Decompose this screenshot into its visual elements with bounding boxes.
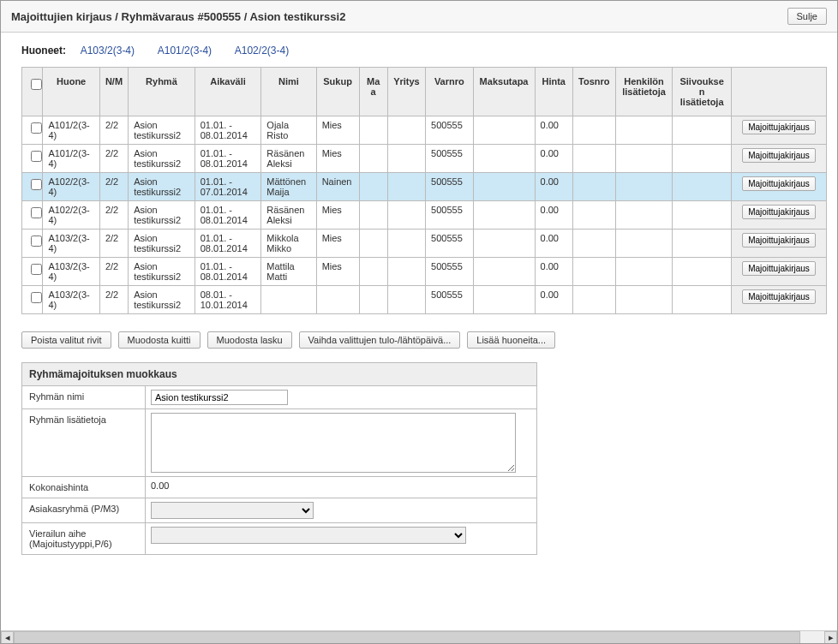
cell-siivouksen [673, 145, 732, 173]
guest-register-button[interactable]: Majoittujakirjaus [742, 148, 816, 163]
cell-varnro: 500555 [426, 258, 473, 286]
cell-aikavali: 01.01. - 08.01.2014 [195, 201, 261, 230]
cell-ryhma: Asion testikurssi2 [129, 258, 195, 286]
cell-maksutapa [473, 201, 535, 230]
table-row[interactable]: A103/2(3-4)2/2Asion testikurssi201.01. -… [22, 258, 827, 286]
cell-huone: A103/2(3-4) [43, 286, 100, 314]
cell-sukup: Mies [316, 116, 359, 145]
group-info-textarea[interactable] [151, 413, 516, 473]
row-checkbox[interactable] [31, 292, 42, 303]
add-rooms-button[interactable]: Lisää huoneita... [467, 331, 555, 349]
cell-maksutapa [473, 230, 535, 258]
guest-register-button[interactable]: Majoittujakirjaus [742, 289, 816, 304]
scroll-thumb[interactable] [14, 631, 800, 644]
customer-group-select[interactable] [151, 502, 314, 519]
group-name-input[interactable] [151, 390, 288, 405]
table-row[interactable]: A101/2(3-4)2/2Asion testikurssi201.01. -… [22, 116, 827, 145]
guest-register-button[interactable]: Majoittujakirjaus [742, 176, 816, 191]
table-row[interactable]: A102/2(3-4)2/2Asion testikurssi201.01. -… [22, 173, 827, 201]
cell-henkilon [615, 145, 673, 173]
cell-siivouksen [673, 286, 732, 314]
cell-ryhma: Asion testikurssi2 [129, 230, 195, 258]
row-checkbox[interactable] [31, 179, 42, 190]
th-sukup: Sukup [316, 68, 359, 116]
th-nm: N/M [99, 68, 128, 116]
cell-nimi: Ojala Risto [261, 116, 316, 145]
cell-henkilon [615, 230, 673, 258]
th-nimi: Nimi [261, 68, 316, 116]
cell-henkilon [615, 116, 673, 145]
cell-nm: 2/2 [99, 116, 128, 145]
th-ryhma: Ryhmä [129, 68, 195, 116]
row-checkbox[interactable] [31, 207, 42, 218]
cell-maa [359, 258, 387, 286]
delete-selected-button[interactable]: Poista valitut rivit [21, 331, 111, 349]
cell-nm: 2/2 [99, 230, 128, 258]
cell-hinta: 0.00 [535, 258, 572, 286]
room-link[interactable]: A102/2(3-4) [235, 45, 289, 57]
page-title: Majoittujien kirjaus / Ryhmävaraus #5005… [11, 10, 345, 23]
cell-nimi: Mättönen Maija [261, 173, 316, 201]
swap-dates-button[interactable]: Vaihda valittujen tulo-/lähtöpäivä... [299, 331, 461, 349]
guest-register-button[interactable]: Majoittujakirjaus [742, 120, 816, 134]
guests-table: Huone N/M Ryhmä Aikaväli Nimi Sukup Maa … [21, 67, 827, 314]
cell-ryhma: Asion testikurssi2 [129, 116, 195, 145]
cell-aikavali: 01.01. - 07.01.2014 [195, 173, 261, 201]
table-row[interactable]: A103/2(3-4)2/2Asion testikurssi208.01. -… [22, 286, 827, 314]
rooms-line: Huoneet: A103/2(3-4) A101/2(3-4) A102/2(… [1, 33, 837, 67]
cell-varnro: 500555 [426, 201, 473, 230]
guest-register-button[interactable]: Majoittujakirjaus [742, 261, 816, 276]
room-link[interactable]: A103/2(3-4) [81, 45, 135, 57]
guest-register-button[interactable]: Majoittujakirjaus [742, 233, 816, 247]
create-receipt-button[interactable]: Muodosta kuitti [118, 331, 201, 349]
cell-maa [359, 286, 387, 314]
cell-nm: 2/2 [99, 145, 128, 173]
cell-huone: A101/2(3-4) [43, 145, 100, 173]
cell-sukup [316, 286, 359, 314]
cell-tosnro [572, 173, 615, 201]
cell-nimi: Mikkola Mikko [261, 230, 316, 258]
close-button[interactable]: Sulje [787, 8, 827, 25]
th-henkilon: Henkilön lisätietoja [615, 68, 673, 116]
scroll-right-icon[interactable]: ▸ [824, 631, 837, 644]
cell-tosnro [572, 201, 615, 230]
cell-henkilon [615, 258, 673, 286]
room-link[interactable]: A101/2(3-4) [158, 45, 212, 57]
visit-reason-select[interactable] [151, 527, 466, 544]
scroll-left-icon[interactable]: ◂ [1, 631, 14, 644]
create-invoice-button[interactable]: Muodosta lasku [207, 331, 292, 349]
th-aikavali: Aikaväli [195, 68, 261, 116]
cell-yritys [387, 173, 425, 201]
cell-hinta: 0.00 [535, 145, 572, 173]
cell-maa [359, 173, 387, 201]
row-checkbox[interactable] [31, 236, 42, 247]
row-checkbox[interactable] [31, 264, 42, 275]
cell-henkilon [615, 201, 673, 230]
cell-sukup: Nainen [316, 173, 359, 201]
window-header: Majoittujien kirjaus / Ryhmävaraus #5005… [1, 1, 837, 33]
select-all-checkbox[interactable] [31, 79, 42, 90]
cell-varnro: 500555 [426, 230, 473, 258]
cell-varnro: 500555 [426, 286, 473, 314]
guest-register-button[interactable]: Majoittujakirjaus [742, 205, 816, 219]
cell-aikavali: 01.01. - 08.01.2014 [195, 258, 261, 286]
table-row[interactable]: A103/2(3-4)2/2Asion testikurssi201.01. -… [22, 230, 827, 258]
cell-huone: A103/2(3-4) [43, 258, 100, 286]
cell-maa [359, 201, 387, 230]
th-maksutapa: Maksutapa [473, 68, 535, 116]
cell-hinta: 0.00 [535, 230, 572, 258]
horizontal-scrollbar[interactable]: ◂ ▸ [1, 630, 837, 643]
cell-maa [359, 116, 387, 145]
cell-yritys [387, 258, 425, 286]
cell-tosnro [572, 258, 615, 286]
row-checkbox[interactable] [31, 151, 42, 162]
th-maa: Maa [359, 68, 387, 116]
row-checkbox[interactable] [31, 122, 42, 134]
cell-sukup: Mies [316, 145, 359, 173]
cell-varnro: 500555 [426, 145, 473, 173]
table-row[interactable]: A101/2(3-4)2/2Asion testikurssi201.01. -… [22, 145, 827, 173]
table-row[interactable]: A102/2(3-4)2/2Asion testikurssi201.01. -… [22, 201, 827, 230]
total-price-label: Kokonaishinta [22, 477, 146, 498]
cell-siivouksen [673, 230, 732, 258]
body-scroll[interactable]: Huoneet: A103/2(3-4) A101/2(3-4) A102/2(… [1, 33, 837, 643]
